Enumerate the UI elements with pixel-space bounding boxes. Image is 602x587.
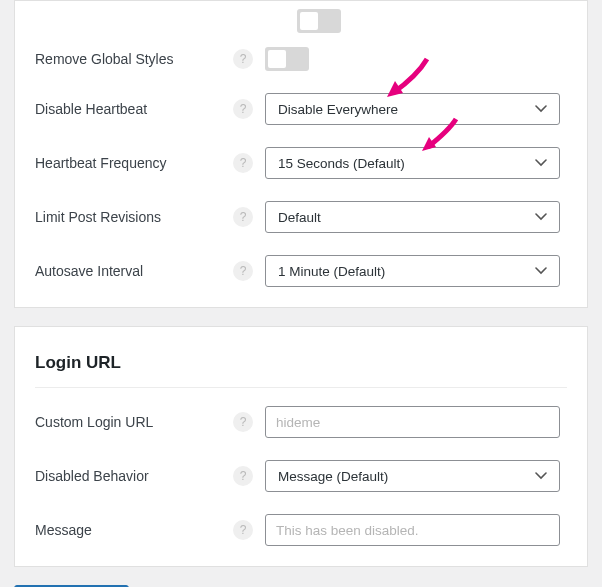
help-icon[interactable]: ? bbox=[233, 520, 253, 540]
section-title-login-url: Login URL bbox=[35, 341, 567, 388]
label-remove-global-styles: Remove Global Styles bbox=[35, 51, 233, 67]
chevron-down-icon bbox=[535, 469, 547, 483]
row-disabled-behavior: Disabled Behavior ? Message (Default) bbox=[35, 460, 567, 492]
label-autosave-interval: Autosave Interval bbox=[35, 263, 233, 279]
partial-top-row: ? bbox=[35, 9, 567, 33]
help-icon[interactable]: ? bbox=[233, 412, 253, 432]
select-disable-heartbeat[interactable]: Disable Everywhere bbox=[265, 93, 560, 125]
row-remove-global-styles: Remove Global Styles ? bbox=[35, 47, 567, 71]
select-limit-post-revisions[interactable]: Default bbox=[265, 201, 560, 233]
help-icon[interactable]: ? bbox=[233, 261, 253, 281]
select-heartbeat-frequency[interactable]: 15 Seconds (Default) bbox=[265, 147, 560, 179]
settings-panel-login-url: Login URL Custom Login URL ? Disabled Be… bbox=[14, 326, 588, 567]
select-disabled-behavior[interactable]: Message (Default) bbox=[265, 460, 560, 492]
row-heartbeat-frequency: Heartbeat Frequency ? 15 Seconds (Defaul… bbox=[35, 147, 567, 179]
label-heartbeat-frequency: Heartbeat Frequency bbox=[35, 155, 233, 171]
toggle-knob bbox=[300, 12, 318, 30]
help-icon[interactable]: ? bbox=[233, 153, 253, 173]
select-value: 1 Minute (Default) bbox=[278, 264, 385, 279]
chevron-down-icon bbox=[535, 210, 547, 224]
help-icon[interactable]: ? bbox=[233, 99, 253, 119]
chevron-down-icon bbox=[535, 156, 547, 170]
partial-top-toggle[interactable] bbox=[297, 9, 341, 33]
label-limit-post-revisions: Limit Post Revisions bbox=[35, 209, 233, 225]
settings-panel-general: ? Remove Global Styles ? Disable Heartbe… bbox=[14, 0, 588, 308]
select-value: Disable Everywhere bbox=[278, 102, 398, 117]
row-custom-login-url: Custom Login URL ? bbox=[35, 406, 567, 438]
select-value: 15 Seconds (Default) bbox=[278, 156, 405, 171]
help-icon[interactable]: ? bbox=[233, 49, 253, 69]
toggle-remove-global-styles[interactable] bbox=[265, 47, 309, 71]
row-limit-post-revisions: Limit Post Revisions ? Default bbox=[35, 201, 567, 233]
select-value: Message (Default) bbox=[278, 469, 388, 484]
chevron-down-icon bbox=[535, 264, 547, 278]
label-disabled-behavior: Disabled Behavior bbox=[35, 468, 233, 484]
chevron-down-icon bbox=[535, 102, 547, 116]
label-message: Message bbox=[35, 522, 233, 538]
select-value: Default bbox=[278, 210, 321, 225]
help-icon[interactable]: ? bbox=[233, 207, 253, 227]
label-custom-login-url: Custom Login URL bbox=[35, 414, 233, 430]
select-autosave-interval[interactable]: 1 Minute (Default) bbox=[265, 255, 560, 287]
help-icon[interactable]: ? bbox=[233, 466, 253, 486]
toggle-knob bbox=[268, 50, 286, 68]
row-message: Message ? bbox=[35, 514, 567, 546]
input-message[interactable] bbox=[265, 514, 560, 546]
label-disable-heartbeat: Disable Heartbeat bbox=[35, 101, 233, 117]
row-disable-heartbeat: Disable Heartbeat ? Disable Everywhere bbox=[35, 93, 567, 125]
input-custom-login-url[interactable] bbox=[265, 406, 560, 438]
row-autosave-interval: Autosave Interval ? 1 Minute (Default) bbox=[35, 255, 567, 287]
